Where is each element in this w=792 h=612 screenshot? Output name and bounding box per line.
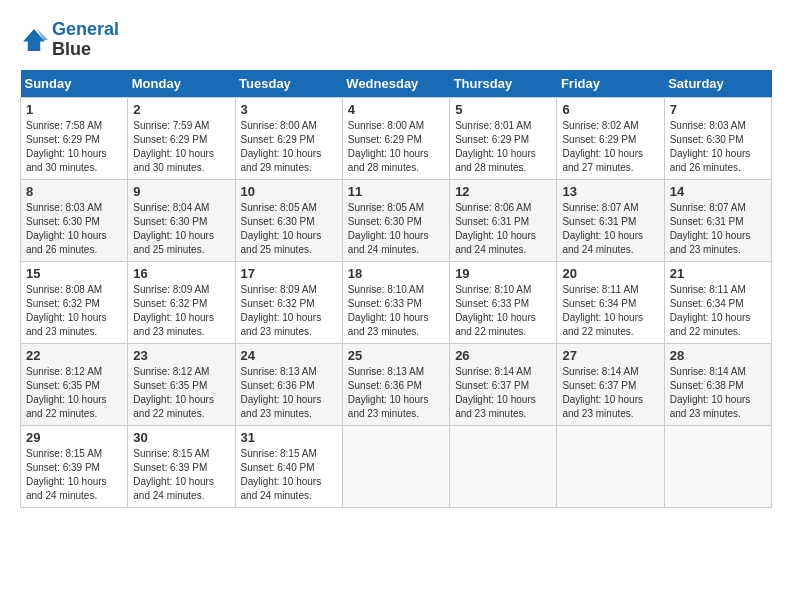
calendar-cell-day-5: 5 Sunrise: 8:01 AMSunset: 6:29 PMDayligh… bbox=[450, 97, 557, 179]
day-number: 9 bbox=[133, 184, 229, 199]
calendar-cell-day-2: 2 Sunrise: 7:59 AMSunset: 6:29 PMDayligh… bbox=[128, 97, 235, 179]
day-number: 10 bbox=[241, 184, 337, 199]
day-info: Sunrise: 8:12 AMSunset: 6:35 PMDaylight:… bbox=[133, 366, 214, 419]
weekday-header-thursday: Thursday bbox=[450, 70, 557, 98]
day-number: 3 bbox=[241, 102, 337, 117]
day-info: Sunrise: 8:08 AMSunset: 6:32 PMDaylight:… bbox=[26, 284, 107, 337]
calendar-cell-day-27: 27 Sunrise: 8:14 AMSunset: 6:37 PMDaylig… bbox=[557, 343, 664, 425]
day-number: 31 bbox=[241, 430, 337, 445]
calendar-cell-day-24: 24 Sunrise: 8:13 AMSunset: 6:36 PMDaylig… bbox=[235, 343, 342, 425]
calendar-cell-day-26: 26 Sunrise: 8:14 AMSunset: 6:37 PMDaylig… bbox=[450, 343, 557, 425]
calendar-cell-empty bbox=[342, 425, 449, 507]
day-info: Sunrise: 8:11 AMSunset: 6:34 PMDaylight:… bbox=[562, 284, 643, 337]
calendar-cell-day-1: 1 Sunrise: 7:58 AMSunset: 6:29 PMDayligh… bbox=[21, 97, 128, 179]
day-number: 12 bbox=[455, 184, 551, 199]
day-number: 14 bbox=[670, 184, 766, 199]
day-number: 30 bbox=[133, 430, 229, 445]
calendar-cell-day-31: 31 Sunrise: 8:15 AMSunset: 6:40 PMDaylig… bbox=[235, 425, 342, 507]
calendar-cell-day-15: 15 Sunrise: 8:08 AMSunset: 6:32 PMDaylig… bbox=[21, 261, 128, 343]
day-number: 18 bbox=[348, 266, 444, 281]
calendar-table: SundayMondayTuesdayWednesdayThursdayFrid… bbox=[20, 70, 772, 508]
weekday-header-wednesday: Wednesday bbox=[342, 70, 449, 98]
day-info: Sunrise: 8:10 AMSunset: 6:33 PMDaylight:… bbox=[455, 284, 536, 337]
calendar-cell-day-29: 29 Sunrise: 8:15 AMSunset: 6:39 PMDaylig… bbox=[21, 425, 128, 507]
calendar-cell-day-12: 12 Sunrise: 8:06 AMSunset: 6:31 PMDaylig… bbox=[450, 179, 557, 261]
day-info: Sunrise: 8:07 AMSunset: 6:31 PMDaylight:… bbox=[670, 202, 751, 255]
weekday-header-friday: Friday bbox=[557, 70, 664, 98]
calendar-cell-day-17: 17 Sunrise: 8:09 AMSunset: 6:32 PMDaylig… bbox=[235, 261, 342, 343]
calendar-cell-day-23: 23 Sunrise: 8:12 AMSunset: 6:35 PMDaylig… bbox=[128, 343, 235, 425]
day-info: Sunrise: 8:13 AMSunset: 6:36 PMDaylight:… bbox=[241, 366, 322, 419]
day-number: 5 bbox=[455, 102, 551, 117]
day-number: 19 bbox=[455, 266, 551, 281]
calendar-cell-day-22: 22 Sunrise: 8:12 AMSunset: 6:35 PMDaylig… bbox=[21, 343, 128, 425]
day-info: Sunrise: 8:03 AMSunset: 6:30 PMDaylight:… bbox=[26, 202, 107, 255]
day-info: Sunrise: 8:12 AMSunset: 6:35 PMDaylight:… bbox=[26, 366, 107, 419]
day-info: Sunrise: 8:09 AMSunset: 6:32 PMDaylight:… bbox=[133, 284, 214, 337]
day-number: 11 bbox=[348, 184, 444, 199]
calendar-cell-day-30: 30 Sunrise: 8:15 AMSunset: 6:39 PMDaylig… bbox=[128, 425, 235, 507]
day-info: Sunrise: 8:00 AMSunset: 6:29 PMDaylight:… bbox=[348, 120, 429, 173]
calendar-cell-day-7: 7 Sunrise: 8:03 AMSunset: 6:30 PMDayligh… bbox=[664, 97, 771, 179]
day-info: Sunrise: 8:01 AMSunset: 6:29 PMDaylight:… bbox=[455, 120, 536, 173]
logo-text: GeneralBlue bbox=[52, 20, 119, 60]
day-info: Sunrise: 8:15 AMSunset: 6:39 PMDaylight:… bbox=[26, 448, 107, 501]
day-info: Sunrise: 8:02 AMSunset: 6:29 PMDaylight:… bbox=[562, 120, 643, 173]
day-number: 29 bbox=[26, 430, 122, 445]
calendar-cell-day-3: 3 Sunrise: 8:00 AMSunset: 6:29 PMDayligh… bbox=[235, 97, 342, 179]
day-number: 20 bbox=[562, 266, 658, 281]
day-info: Sunrise: 8:05 AMSunset: 6:30 PMDaylight:… bbox=[348, 202, 429, 255]
logo-icon bbox=[20, 26, 48, 54]
calendar-cell-day-21: 21 Sunrise: 8:11 AMSunset: 6:34 PMDaylig… bbox=[664, 261, 771, 343]
calendar-cell-day-16: 16 Sunrise: 8:09 AMSunset: 6:32 PMDaylig… bbox=[128, 261, 235, 343]
day-number: 4 bbox=[348, 102, 444, 117]
day-number: 15 bbox=[26, 266, 122, 281]
day-info: Sunrise: 8:03 AMSunset: 6:30 PMDaylight:… bbox=[670, 120, 751, 173]
calendar-cell-empty bbox=[557, 425, 664, 507]
calendar-cell-day-10: 10 Sunrise: 8:05 AMSunset: 6:30 PMDaylig… bbox=[235, 179, 342, 261]
day-info: Sunrise: 8:07 AMSunset: 6:31 PMDaylight:… bbox=[562, 202, 643, 255]
calendar-week-1: 1 Sunrise: 7:58 AMSunset: 6:29 PMDayligh… bbox=[21, 97, 772, 179]
day-info: Sunrise: 8:14 AMSunset: 6:37 PMDaylight:… bbox=[455, 366, 536, 419]
weekday-header-monday: Monday bbox=[128, 70, 235, 98]
calendar-week-4: 22 Sunrise: 8:12 AMSunset: 6:35 PMDaylig… bbox=[21, 343, 772, 425]
day-info: Sunrise: 8:11 AMSunset: 6:34 PMDaylight:… bbox=[670, 284, 751, 337]
day-number: 8 bbox=[26, 184, 122, 199]
day-number: 6 bbox=[562, 102, 658, 117]
day-info: Sunrise: 8:15 AMSunset: 6:39 PMDaylight:… bbox=[133, 448, 214, 501]
day-number: 21 bbox=[670, 266, 766, 281]
svg-marker-0 bbox=[23, 29, 45, 51]
weekday-header-sunday: Sunday bbox=[21, 70, 128, 98]
day-number: 26 bbox=[455, 348, 551, 363]
calendar-cell-empty bbox=[664, 425, 771, 507]
day-number: 27 bbox=[562, 348, 658, 363]
calendar-cell-day-18: 18 Sunrise: 8:10 AMSunset: 6:33 PMDaylig… bbox=[342, 261, 449, 343]
calendar-cell-day-6: 6 Sunrise: 8:02 AMSunset: 6:29 PMDayligh… bbox=[557, 97, 664, 179]
day-info: Sunrise: 8:05 AMSunset: 6:30 PMDaylight:… bbox=[241, 202, 322, 255]
day-number: 7 bbox=[670, 102, 766, 117]
day-number: 22 bbox=[26, 348, 122, 363]
day-info: Sunrise: 8:14 AMSunset: 6:37 PMDaylight:… bbox=[562, 366, 643, 419]
calendar-cell-day-13: 13 Sunrise: 8:07 AMSunset: 6:31 PMDaylig… bbox=[557, 179, 664, 261]
day-info: Sunrise: 8:13 AMSunset: 6:36 PMDaylight:… bbox=[348, 366, 429, 419]
logo: GeneralBlue bbox=[20, 20, 119, 60]
calendar-cell-day-20: 20 Sunrise: 8:11 AMSunset: 6:34 PMDaylig… bbox=[557, 261, 664, 343]
weekday-header-saturday: Saturday bbox=[664, 70, 771, 98]
calendar-cell-day-9: 9 Sunrise: 8:04 AMSunset: 6:30 PMDayligh… bbox=[128, 179, 235, 261]
weekday-header-tuesday: Tuesday bbox=[235, 70, 342, 98]
calendar-week-3: 15 Sunrise: 8:08 AMSunset: 6:32 PMDaylig… bbox=[21, 261, 772, 343]
day-info: Sunrise: 7:59 AMSunset: 6:29 PMDaylight:… bbox=[133, 120, 214, 173]
calendar-cell-day-4: 4 Sunrise: 8:00 AMSunset: 6:29 PMDayligh… bbox=[342, 97, 449, 179]
day-number: 28 bbox=[670, 348, 766, 363]
calendar-week-5: 29 Sunrise: 8:15 AMSunset: 6:39 PMDaylig… bbox=[21, 425, 772, 507]
day-info: Sunrise: 8:14 AMSunset: 6:38 PMDaylight:… bbox=[670, 366, 751, 419]
calendar-header: SundayMondayTuesdayWednesdayThursdayFrid… bbox=[21, 70, 772, 98]
calendar-week-2: 8 Sunrise: 8:03 AMSunset: 6:30 PMDayligh… bbox=[21, 179, 772, 261]
day-number: 24 bbox=[241, 348, 337, 363]
day-info: Sunrise: 8:10 AMSunset: 6:33 PMDaylight:… bbox=[348, 284, 429, 337]
calendar-cell-day-14: 14 Sunrise: 8:07 AMSunset: 6:31 PMDaylig… bbox=[664, 179, 771, 261]
calendar-cell-day-25: 25 Sunrise: 8:13 AMSunset: 6:36 PMDaylig… bbox=[342, 343, 449, 425]
day-number: 25 bbox=[348, 348, 444, 363]
calendar-cell-day-19: 19 Sunrise: 8:10 AMSunset: 6:33 PMDaylig… bbox=[450, 261, 557, 343]
calendar-cell-day-28: 28 Sunrise: 8:14 AMSunset: 6:38 PMDaylig… bbox=[664, 343, 771, 425]
